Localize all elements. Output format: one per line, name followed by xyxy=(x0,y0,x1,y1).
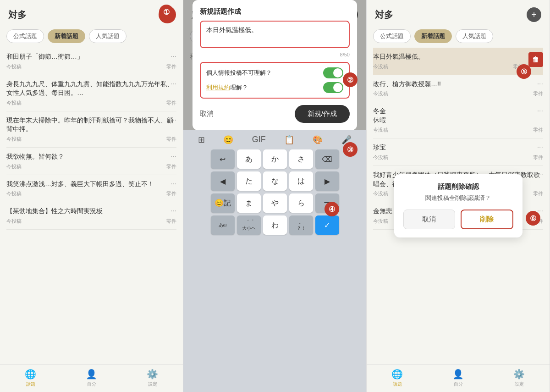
item-count: 零件 xyxy=(533,90,543,97)
key-right[interactable]: ▶ xyxy=(315,171,339,191)
list-item: 改行、槍方御教授願…!! 今没稿 零件 ··· xyxy=(373,75,543,103)
person-icon: 👤 xyxy=(452,369,464,380)
item-more-icon[interactable]: ··· xyxy=(170,180,176,188)
item-more-icon[interactable]: ··· xyxy=(170,207,176,215)
nav3-profile[interactable]: 👤 自分 xyxy=(428,369,489,387)
item-count: 零件 xyxy=(166,99,176,106)
panel1-title: 対多 xyxy=(8,9,27,21)
cancel-button[interactable]: 取消 xyxy=(200,110,214,118)
item-text: 改行、槍方御教授願…!! xyxy=(373,80,543,89)
item-count: 零件 xyxy=(533,190,543,197)
nav-topics[interactable]: 🌐 話題 xyxy=(0,369,61,387)
item-meta: 今投稿 零件 xyxy=(6,63,176,70)
item-count: 零件 xyxy=(513,63,523,70)
item-text: 【茱勃地集合】性之六時間実況板 xyxy=(6,207,176,216)
keyboard-icon-mic[interactable]: 🎤 xyxy=(341,135,352,145)
key-a[interactable]: あ xyxy=(237,149,261,169)
keyboard-icon-grid[interactable]: ⊞ xyxy=(198,135,205,145)
dialog-delete-button[interactable]: 削除 xyxy=(461,210,513,229)
key-ra[interactable]: ら xyxy=(289,193,313,213)
tab3-official[interactable]: 公式話題 xyxy=(373,29,411,43)
key-back[interactable]: ↩ xyxy=(211,149,235,169)
keyboard-area: ⊞ 😊 GIF 📋 🎨 🎤 ↩ あ か さ ⌫ ◀ た な xyxy=(183,130,366,392)
keyboard-icon-clipboard[interactable]: 📋 xyxy=(284,135,294,145)
key-punct[interactable]: 。？！ xyxy=(289,215,313,235)
key-ta[interactable]: た xyxy=(237,171,261,191)
item-meta: 今投稿 零件 xyxy=(6,190,176,197)
toggle-row-1: 個人情報投橋不可理解？ xyxy=(206,67,343,78)
item-meta: 今投稿 零件 xyxy=(6,136,176,143)
key-ma[interactable]: ま xyxy=(237,193,261,213)
key-wa[interactable]: わ xyxy=(263,215,287,235)
globe-icon: 🌐 xyxy=(25,369,36,380)
panel1-add-button[interactable]: + xyxy=(160,7,175,22)
key-ka[interactable]: か xyxy=(263,149,287,169)
panel3-add-button[interactable]: + xyxy=(527,7,541,22)
nav3-settings[interactable]: ⚙️ 設定 xyxy=(489,369,550,387)
item-more-icon[interactable]: ··· xyxy=(170,80,176,88)
key-kana[interactable]: あai xyxy=(211,215,235,235)
nav-topics-label: 話題 xyxy=(26,381,35,387)
panel-1: 対多 + 公式話題 新着話題 人気話題 和田朋子「御節…衝節…」 今投稿 零件 … xyxy=(0,0,183,392)
key-delete[interactable]: ⌫ xyxy=(315,149,339,169)
toggle2-link[interactable]: 利用規約 xyxy=(206,84,230,91)
tab3-popular[interactable]: 人気話題 xyxy=(456,29,493,43)
item-count: 零件 xyxy=(166,63,176,70)
nav-settings-label: 設定 xyxy=(148,381,157,387)
item-date: 今投稿 xyxy=(6,163,22,170)
item-count: 零件 xyxy=(533,218,543,225)
gear-icon: ⚙️ xyxy=(147,369,158,380)
item-more-icon[interactable]: ··· xyxy=(537,143,543,151)
globe-icon: 🌐 xyxy=(391,369,403,380)
dialog-subtitle: 関連投稿全削除認識済？ xyxy=(403,194,513,202)
key-dash[interactable]: ー xyxy=(315,193,339,213)
tab3-new[interactable]: 新着話題 xyxy=(414,29,452,43)
keyboard-icon-palette[interactable]: 🎨 xyxy=(313,135,323,145)
tab-new[interactable]: 新着話題 xyxy=(48,29,85,43)
item-count: 零件 xyxy=(533,154,543,161)
nav-profile[interactable]: 👤 自分 xyxy=(61,369,122,387)
item-more-icon[interactable]: ··· xyxy=(537,80,543,88)
item-date: 今没稿 xyxy=(373,190,388,197)
toggle1-switch[interactable] xyxy=(323,67,343,78)
key-na[interactable]: な xyxy=(263,171,287,191)
dialog-cancel-button[interactable]: 取消 xyxy=(403,210,455,229)
modal-overlay: 新規話題作成 本日外氣温極低。 8/50 個人情報投橋不可理解？ 利用規約理解？… xyxy=(183,0,366,392)
item-more-icon[interactable]: ··· xyxy=(170,116,176,124)
key-left[interactable]: ◀ xyxy=(211,171,235,191)
item-more-icon[interactable]: ··· xyxy=(537,171,543,179)
key-emoji-record[interactable]: 😊記 xyxy=(211,193,235,213)
tab-popular[interactable]: 人気話題 xyxy=(89,29,126,43)
delete-topic-button[interactable]: 🗑 xyxy=(528,52,543,67)
item-text: 和田朋子「御節…衝節…」 xyxy=(6,52,176,61)
item-meta: 今投稿 零件 xyxy=(6,163,176,170)
nav-settings[interactable]: ⚙️ 設定 xyxy=(122,369,183,387)
item-more-icon[interactable]: ··· xyxy=(537,107,543,115)
keyboard-icon-gif[interactable]: GIF xyxy=(252,135,266,145)
list-item: 珍宝 今没稿 零件 ··· xyxy=(373,138,543,166)
item-date: 今没稿 xyxy=(373,218,388,225)
dialog-buttons: 取消 削除 xyxy=(403,210,513,229)
item-count: 零件 xyxy=(166,190,176,197)
item-date: 今没稿 xyxy=(373,90,388,97)
create-button[interactable]: 新規/作成 xyxy=(295,105,350,123)
key-enter[interactable]: ✓ xyxy=(315,215,339,235)
key-dakuten[interactable]: ゛゜大小ヘ xyxy=(237,215,261,235)
key-ya[interactable]: や xyxy=(263,193,287,213)
toggle2-switch[interactable] xyxy=(323,82,343,93)
key-sa[interactable]: さ xyxy=(289,149,313,169)
keyboard-icon-emoji[interactable]: 😊 xyxy=(223,135,233,145)
keyboard-toolbar: ⊞ 😊 GIF 📋 🎨 🎤 xyxy=(185,133,364,147)
item-more-icon[interactable]: ··· xyxy=(170,152,176,160)
item-text: 本日外氣温極低。 xyxy=(373,52,523,61)
key-ha[interactable]: は xyxy=(289,171,313,191)
panel1-bottom-nav: 🌐 話題 👤 自分 ⚙️ 設定 xyxy=(0,364,183,392)
tab-official[interactable]: 公式話題 xyxy=(6,29,44,43)
item-more-icon[interactable]: ··· xyxy=(537,207,543,215)
nav3-topics[interactable]: 🌐 話題 xyxy=(367,369,428,387)
key-row-3: 😊記 ま や ら ー xyxy=(185,193,364,213)
item-more-icon[interactable]: ··· xyxy=(170,52,176,61)
item-count: 零件 xyxy=(166,163,176,170)
topic-input[interactable]: 本日外氣温極低。 xyxy=(200,21,350,48)
nav3-profile-label: 自分 xyxy=(454,381,463,387)
